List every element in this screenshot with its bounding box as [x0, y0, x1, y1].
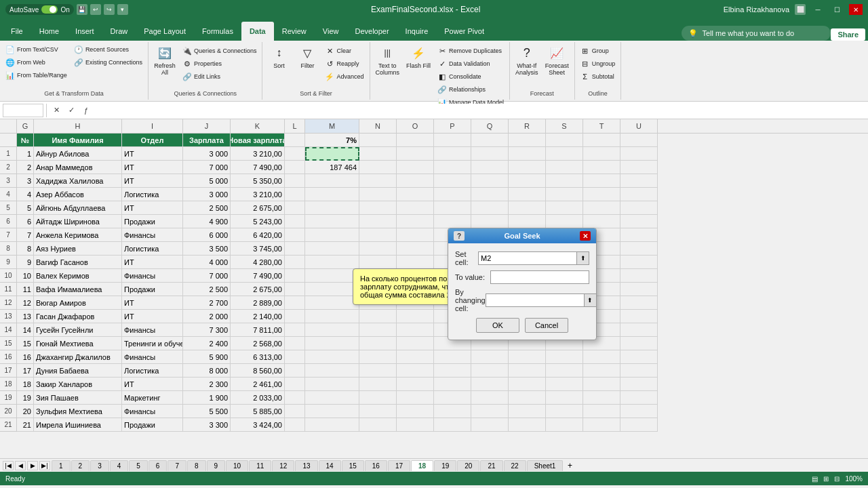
sheet-nav-last[interactable]: ▶| — [39, 461, 50, 470]
set-cell-ref-button[interactable]: ⬆ — [577, 251, 589, 265]
forecast-sheet-button[interactable]: 📈 ForecastSheet — [542, 43, 572, 77]
tab-view[interactable]: View — [315, 22, 347, 41]
from-web-button[interactable]: 🌐 From Web — [3, 56, 70, 68]
sheet-tab-17[interactable]: 17 — [388, 460, 410, 471]
ok-button[interactable]: OK — [476, 318, 519, 333]
group-button[interactable]: ⊞ Group — [578, 45, 618, 57]
sheet-tab-22[interactable]: 22 — [504, 460, 526, 471]
from-text-csv-button[interactable]: 📄 From Text/CSV — [3, 43, 70, 56]
remove-duplicates-button[interactable]: ✂ Remove Duplicates — [435, 45, 507, 57]
sheet-tab-20[interactable]: 20 — [457, 460, 479, 471]
insert-function-button[interactable]: ƒ — [79, 104, 93, 117]
sheet-tab-16[interactable]: 16 — [365, 460, 387, 471]
sheet-tab-10[interactable]: 10 — [226, 460, 248, 471]
help-button[interactable]: ? — [454, 231, 465, 241]
what-if-analysis-button[interactable]: ? What-IfAnalysis — [513, 43, 541, 77]
sheet-tab-6[interactable]: 6 — [149, 460, 167, 471]
data-validation-button[interactable]: ✓ Data Validation — [435, 58, 507, 70]
customize-qat-icon[interactable]: ▾ — [117, 4, 128, 15]
tab-insert[interactable]: Insert — [67, 22, 102, 41]
sheet-tab-3[interactable]: 3 — [90, 460, 109, 471]
share-button[interactable]: Share — [831, 28, 865, 41]
autosave-toggle[interactable]: AutoSave On — [5, 4, 74, 15]
sheet-tab-14[interactable]: 14 — [319, 460, 341, 471]
by-changing-input[interactable] — [486, 293, 585, 307]
text-to-columns-button[interactable]: ||| Text toColumns — [373, 43, 403, 77]
sheet-tab-12[interactable]: 12 — [272, 460, 294, 471]
sheet-nav-next[interactable]: ▶ — [27, 461, 38, 470]
add-sheet-button[interactable]: + — [564, 461, 575, 470]
sheet-tab-5[interactable]: 5 — [129, 460, 148, 471]
from-table-range-button[interactable]: 📊 From Table/Range — [3, 69, 70, 81]
sheet-tab-7[interactable]: 7 — [167, 460, 186, 471]
lightbulb-icon: 💡 — [688, 29, 698, 38]
filter-button[interactable]: ▽ Filter — [294, 43, 321, 70]
tab-developer[interactable]: Developer — [347, 22, 397, 41]
sheet-tab-2[interactable]: 2 — [71, 460, 90, 471]
tab-file[interactable]: File — [3, 22, 31, 41]
ungroup-button[interactable]: ⊟ Ungroup — [578, 58, 618, 70]
sheet-tab-21[interactable]: 21 — [480, 460, 502, 471]
undo-icon[interactable]: ↩ — [90, 4, 101, 15]
sheet-tab-4[interactable]: 4 — [110, 460, 129, 471]
sheet-tab-18[interactable]: 18 — [411, 460, 433, 471]
properties-button[interactable]: ⚙ Properties — [180, 58, 260, 70]
search-bar[interactable]: 💡 Tell me what you want to do — [682, 26, 831, 41]
view-normal-icon[interactable]: ▤ — [812, 475, 818, 483]
minimize-button[interactable]: ─ — [811, 4, 825, 15]
confirm-formula-button[interactable]: ✓ — [64, 104, 78, 117]
redo-icon[interactable]: ↪ — [104, 4, 115, 15]
view-page-layout-icon[interactable]: ⊞ — [823, 475, 829, 483]
sort-button[interactable]: ↕ Sort — [265, 43, 292, 70]
sheet-tab-9[interactable]: 9 — [207, 460, 226, 471]
tab-data[interactable]: Data — [241, 22, 274, 41]
to-value-input[interactable] — [490, 270, 589, 284]
by-changing-ref-button[interactable]: ⬆ — [585, 293, 597, 307]
consolidate-button[interactable]: ◧ Consolidate — [435, 70, 507, 83]
set-cell-input[interactable] — [478, 251, 577, 265]
tab-draw[interactable]: Draw — [102, 22, 136, 41]
save-icon[interactable]: 💾 — [77, 4, 87, 15]
flash-fill-button[interactable]: ⚡ Flash Fill — [403, 43, 433, 70]
relationships-button[interactable]: 🔗 Relationships — [435, 83, 507, 96]
formula-input[interactable] — [96, 104, 865, 117]
ribbon-display-icon[interactable]: ⬜ — [795, 4, 806, 15]
view-page-break-icon[interactable]: ⊟ — [834, 475, 840, 483]
edit-links-button[interactable]: 🔗 Edit Links — [180, 70, 260, 83]
sheet-tab-11[interactable]: 11 — [249, 460, 271, 471]
tab-review[interactable]: Review — [274, 22, 315, 41]
tab-inquire[interactable]: Inquire — [397, 22, 437, 41]
name-box[interactable] — [3, 104, 43, 117]
sheet-tab-15[interactable]: 15 — [342, 460, 364, 471]
sheet-nav-first[interactable]: |◀ — [3, 461, 14, 470]
cancel-formula-button[interactable]: ✕ — [50, 104, 63, 117]
tabs-list: 12345678910111213141516171819202122Sheet… — [52, 460, 563, 471]
tab-power-pivot[interactable]: Power Pivot — [436, 22, 492, 41]
clear-button[interactable]: ✕ Clear — [322, 45, 366, 57]
queries-connections-button[interactable]: 🔌 Queries & Connections — [180, 45, 260, 57]
dialog-overlay: ? Goal Seek ✕ Set cell: ⬆ To value: B — [0, 119, 868, 458]
advanced-button[interactable]: ⚡ Advanced — [322, 70, 366, 83]
tab-formulas[interactable]: Formulas — [194, 22, 241, 41]
autosave-toggle-on[interactable] — [41, 5, 58, 14]
existing-connections-button[interactable]: 🔗 Existing Connections — [71, 56, 145, 68]
dialog-close-button[interactable]: ✕ — [580, 231, 591, 241]
cancel-button[interactable]: Cancel — [525, 318, 568, 333]
tab-home[interactable]: Home — [31, 22, 67, 41]
recent-sources-button[interactable]: 🕐 Recent Sources — [71, 43, 145, 56]
sheet-tab-13[interactable]: 13 — [295, 460, 317, 471]
sheet-tab-8[interactable]: 8 — [187, 460, 206, 471]
sheet-nav-prev[interactable]: ◀ — [15, 461, 26, 470]
sheet-tab-sheet1[interactable]: Sheet1 — [527, 460, 564, 471]
refresh-all-button[interactable]: 🔄 RefreshAll — [151, 43, 178, 77]
maximize-button[interactable]: ☐ — [830, 4, 844, 15]
subtotal-button[interactable]: Σ Subtotal — [578, 70, 618, 83]
sheet-tab-1[interactable]: 1 — [52, 460, 71, 471]
reapply-button[interactable]: ↺ Reapply — [322, 58, 366, 70]
statusbar-right: ▤ ⊞ ⊟ 100% — [812, 475, 863, 483]
queries-label: Queries & Connections — [194, 47, 257, 54]
close-button[interactable]: ✕ — [849, 4, 863, 15]
title-bar: AutoSave On 💾 ↩ ↪ ▾ ExamFinalSecond.xlsx… — [0, 0, 868, 19]
sheet-tab-19[interactable]: 19 — [434, 460, 456, 471]
tab-page-layout[interactable]: Page Layout — [136, 22, 194, 41]
